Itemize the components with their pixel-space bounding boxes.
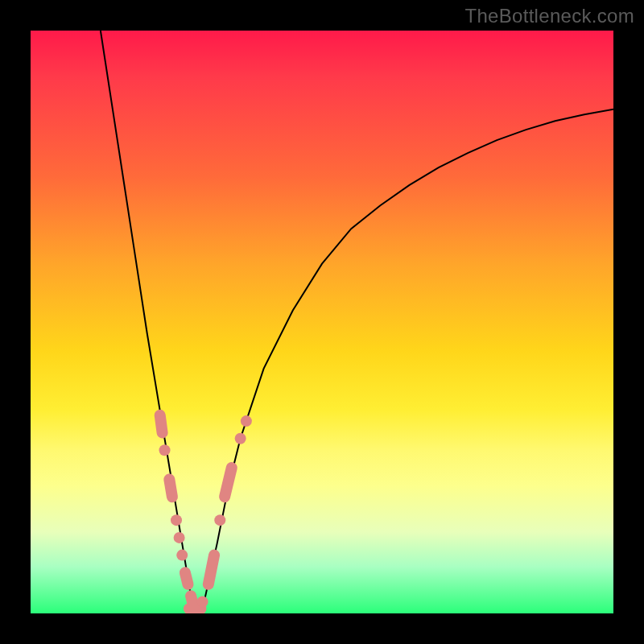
marker-dot (214, 514, 225, 526)
marker-dot (174, 532, 185, 543)
curve-right-branch (200, 109, 613, 613)
chart-frame: TheBottleneck.com (0, 0, 644, 644)
curve-left-branch (101, 31, 194, 613)
marker-dot (171, 514, 182, 526)
marker-dot (235, 433, 246, 444)
marker-capsule (225, 468, 232, 497)
marker-dot (241, 415, 252, 427)
marker-group (159, 415, 252, 609)
watermark-text: TheBottleneck.com (464, 5, 634, 27)
marker-capsule (169, 479, 172, 497)
marker-capsule (160, 415, 163, 433)
plot-area (31, 31, 613, 613)
marker-dot (176, 550, 188, 561)
marker-dot (197, 597, 208, 608)
marker-dot (159, 444, 171, 456)
marker-capsule (208, 555, 214, 584)
marker-capsule (185, 572, 188, 584)
curve-svg (31, 31, 613, 613)
